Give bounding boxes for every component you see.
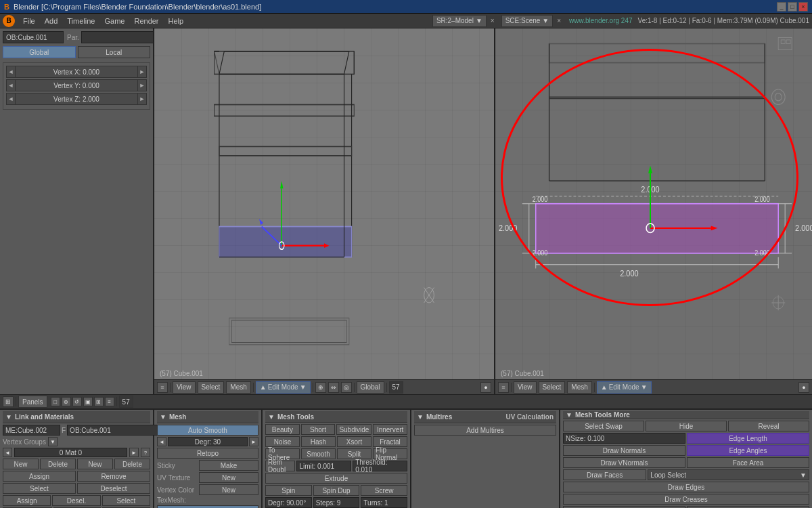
extrude-btn[interactable]: Extrude xyxy=(265,473,407,484)
assign-btn-2[interactable]: Assign xyxy=(3,495,51,506)
spin-degr-field[interactable]: Degr: 90.00° xyxy=(265,497,312,508)
window-controls[interactable]: _ □ × xyxy=(777,2,808,12)
panel-icon-6[interactable]: ≡ xyxy=(105,397,114,406)
smooth-btn[interactable]: Smooth xyxy=(301,448,336,459)
vertex-y-right-arrow[interactable]: ► xyxy=(137,79,147,91)
make-btn[interactable]: Make xyxy=(199,460,258,471)
mat-left-arrow[interactable]: ◄ xyxy=(3,448,12,457)
menu-add[interactable]: Add xyxy=(41,16,62,26)
mesh-tools-more-triangle[interactable]: ▼ xyxy=(566,411,572,419)
panel-icon-3[interactable]: ↺ xyxy=(72,397,82,406)
spin-steps-field[interactable]: Steps: 9 xyxy=(313,497,360,508)
short-btn[interactable]: Short xyxy=(301,424,336,435)
left-viewport[interactable]: (57) Cube.001 ≡ View Select Mesh ▲ Edit … xyxy=(154,28,494,394)
deselect-btn[interactable]: Deselect xyxy=(77,483,150,494)
split-btn[interactable]: Split xyxy=(337,448,371,459)
vertex-z-left-arrow[interactable]: ◄ xyxy=(6,93,16,105)
new-btn-1[interactable]: New xyxy=(3,459,39,469)
mat-info-btn[interactable]: ? xyxy=(141,448,150,457)
new-btn-2[interactable]: New xyxy=(77,459,113,469)
draw-normals-btn[interactable]: Draw Normals xyxy=(563,445,685,456)
view-btn[interactable]: View xyxy=(173,381,196,394)
par-field[interactable] xyxy=(81,31,154,43)
mesh-btn[interactable]: Mesh xyxy=(226,381,250,394)
face-area-btn[interactable]: Face Area xyxy=(687,457,809,468)
menu-render[interactable]: Render xyxy=(130,16,162,26)
vertex-x-left-arrow[interactable]: ◄ xyxy=(6,66,16,78)
link-materials-triangle[interactable]: ▼ xyxy=(5,413,12,421)
edge-angles-btn[interactable]: Edge Angles xyxy=(687,445,809,456)
subdivide-btn[interactable]: Subdivide xyxy=(336,424,371,435)
retopo-btn[interactable]: Retopo xyxy=(157,448,258,459)
select-swap-btn[interactable]: Select Swap xyxy=(563,421,644,431)
vertex-z-right-arrow[interactable]: ► xyxy=(137,93,147,105)
close-btn[interactable]: × xyxy=(798,2,808,12)
global-btn[interactable]: Global xyxy=(3,46,76,58)
draw-vnormals-btn[interactable]: Draw VNormals xyxy=(563,457,685,468)
delete-btn-2[interactable]: Delete xyxy=(114,459,150,469)
select-btn[interactable]: Select xyxy=(3,483,76,494)
me-field[interactable]: ME:Cube.002 xyxy=(3,425,60,436)
local-btn[interactable]: Local xyxy=(78,46,151,58)
desel-btn[interactable]: Desel. xyxy=(52,495,100,506)
right-view-btn[interactable]: View xyxy=(514,381,537,394)
select-btn-2[interactable]: Select xyxy=(102,495,150,506)
auto-smooth-btn[interactable]: Auto Smooth xyxy=(157,425,258,436)
to-sphere-btn[interactable]: To Sphere xyxy=(265,448,300,459)
loop-select-dropdown[interactable]: Loop Select ▼ xyxy=(648,469,809,480)
vertex-x-right-arrow[interactable]: ► xyxy=(137,66,147,78)
panel-icon-2[interactable]: ⊕ xyxy=(62,397,71,406)
vertex-groups-dropdown[interactable]: ▼ xyxy=(48,437,58,446)
remove-btn[interactable]: Remove xyxy=(77,471,150,482)
edit-mode-btn[interactable]: ▲ Edit Mode ▼ xyxy=(256,381,311,394)
menu-help[interactable]: Help xyxy=(164,16,188,26)
draw-edges-btn[interactable]: Draw Edges xyxy=(563,482,809,492)
hide-btn[interactable]: Hide xyxy=(646,421,727,431)
frame-number-2[interactable]: 57 xyxy=(119,396,133,408)
xsort-btn[interactable]: Xsort xyxy=(337,436,371,447)
maximize-btn[interactable]: □ xyxy=(788,2,797,12)
spin-btn[interactable]: Spin xyxy=(265,485,312,496)
degr-field[interactable]: Degr: 30 xyxy=(168,437,248,446)
mode-selector[interactable]: SR:2–Model ▼ xyxy=(432,15,487,27)
mat-right-arrow[interactable]: ► xyxy=(129,448,139,457)
degr-right-arrow[interactable]: ► xyxy=(249,437,258,446)
vertex-y-left-arrow[interactable]: ◄ xyxy=(6,79,16,91)
nsize-field[interactable]: NSize: 0.100 xyxy=(563,433,685,444)
mesh-tools-triangle[interactable]: ▼ xyxy=(268,413,275,421)
right-select-btn[interactable]: Select xyxy=(539,381,566,394)
noise-btn[interactable]: Noise xyxy=(265,436,300,447)
multires-triangle[interactable]: ▼ xyxy=(417,413,424,421)
minimize-btn[interactable]: _ xyxy=(777,2,786,12)
mesh-triangle[interactable]: ▼ xyxy=(160,413,166,421)
innervert-btn[interactable]: Innervert xyxy=(373,424,407,435)
viewport-menu-icon[interactable]: ≡ xyxy=(157,382,168,393)
draw-faces-btn[interactable]: Draw Faces xyxy=(563,469,646,480)
ob-name-field[interactable]: OB:Cube.001 xyxy=(3,31,64,43)
flip-normal-btn[interactable]: Flip Normal xyxy=(373,448,407,459)
right-viewport-menu-icon[interactable]: ≡ xyxy=(498,382,509,393)
hash-btn[interactable]: Hash xyxy=(301,436,336,447)
fractal-btn[interactable]: Fractal xyxy=(373,436,407,447)
scene-selector-close[interactable]: × xyxy=(554,17,564,24)
double-sided-btn[interactable]: Double Sided xyxy=(157,505,258,508)
beauty-btn[interactable]: Beauty xyxy=(265,424,300,435)
threshold-field[interactable]: Threshold: 0.010 xyxy=(353,461,407,471)
panel-icon-5[interactable]: ⊞ xyxy=(94,397,104,406)
proportional-icon[interactable]: ◎ xyxy=(341,382,352,393)
assign-btn[interactable]: Assign xyxy=(3,471,76,482)
add-multires-btn[interactable]: Add Multires xyxy=(414,425,556,436)
spin-dup-btn[interactable]: Spin Dup xyxy=(313,485,360,496)
degr-left-arrow[interactable]: ◄ xyxy=(157,437,166,446)
screw-btn[interactable]: Screw xyxy=(361,485,407,496)
spin-turns-field[interactable]: Turns: 1 xyxy=(361,497,407,508)
blender-logo[interactable]: B xyxy=(3,15,15,27)
panels-btn[interactable]: Panels xyxy=(18,396,47,408)
panels-icon[interactable]: ⊞ xyxy=(3,396,14,407)
reveal-btn[interactable]: Reveal xyxy=(728,421,809,431)
mat-slot-field[interactable]: 0 Mat 0 xyxy=(14,448,127,457)
select-btn[interactable]: Select xyxy=(198,381,225,394)
right-mesh-btn[interactable]: Mesh xyxy=(567,381,591,394)
menu-timeline[interactable]: Timeline xyxy=(63,16,99,26)
ob-field[interactable]: OB:Cube.001 xyxy=(67,425,158,436)
